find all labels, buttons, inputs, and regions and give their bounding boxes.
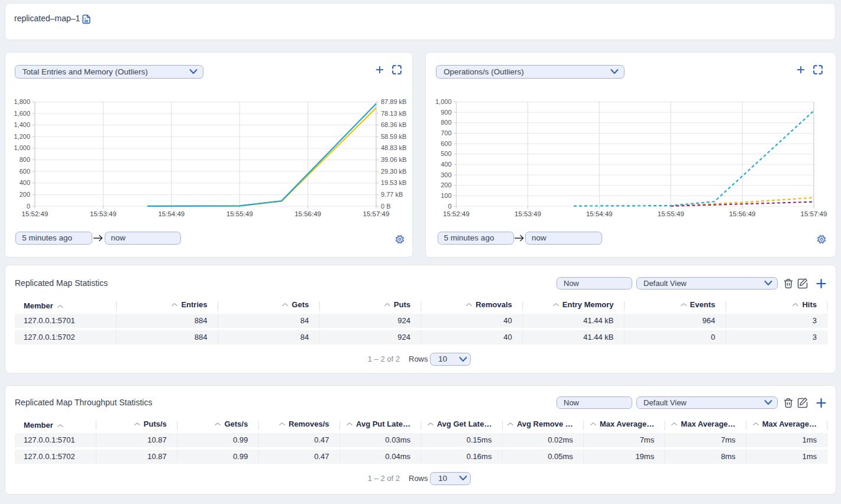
svg-text:1,400: 1,400 [14, 121, 30, 128]
svg-text:15:56:49: 15:56:49 [295, 210, 321, 217]
svg-text:15:52:49: 15:52:49 [22, 210, 48, 217]
svg-text:15:53:49: 15:53:49 [90, 210, 117, 217]
svg-text:300: 300 [441, 171, 451, 178]
svg-text:0 B: 0 B [381, 202, 391, 209]
svg-text:78.13 kB: 78.13 kB [381, 109, 406, 116]
svg-text:1,600: 1,600 [14, 109, 30, 116]
svg-text:0: 0 [27, 202, 30, 209]
svg-text:15:54:49: 15:54:49 [158, 210, 185, 217]
svg-text:87.89 kB: 87.89 kB [381, 98, 406, 105]
svg-text:200: 200 [441, 181, 451, 188]
svg-text:15:57:49: 15:57:49 [363, 210, 390, 217]
svg-text:39.06 kB: 39.06 kB [381, 156, 406, 163]
svg-text:29.30 kB: 29.30 kB [381, 167, 406, 174]
svg-text:600: 600 [441, 139, 451, 147]
svg-text:1,000: 1,000 [435, 98, 452, 105]
svg-text:68.36 kB: 68.36 kB [381, 121, 406, 128]
svg-text:19.53 kB: 19.53 kB [381, 179, 406, 186]
svg-text:15:57:49: 15:57:49 [801, 210, 827, 217]
svg-text:9.77 kB: 9.77 kB [381, 190, 403, 197]
svg-text:800: 800 [20, 156, 30, 163]
svg-text:200: 200 [20, 190, 30, 197]
svg-text:0: 0 [448, 202, 451, 209]
svg-text:1,000: 1,000 [14, 144, 30, 151]
svg-text:500: 500 [441, 150, 451, 157]
svg-text:15:55:49: 15:55:49 [658, 210, 684, 217]
svg-text:400: 400 [441, 160, 451, 167]
svg-text:700: 700 [441, 129, 451, 136]
svg-text:15:54:49: 15:54:49 [586, 210, 613, 217]
svg-text:15:52:49: 15:52:49 [443, 210, 470, 217]
svg-text:15:55:49: 15:55:49 [227, 210, 253, 217]
svg-text:600: 600 [20, 167, 30, 174]
svg-text:15:53:49: 15:53:49 [515, 210, 541, 217]
svg-text:1,200: 1,200 [14, 132, 30, 139]
svg-text:900: 900 [441, 108, 451, 115]
svg-text:1,800: 1,800 [14, 98, 30, 105]
svg-text:100: 100 [441, 191, 451, 199]
svg-text:800: 800 [441, 119, 451, 126]
svg-text:400: 400 [20, 179, 30, 186]
svg-text:58.59 kB: 58.59 kB [381, 132, 406, 139]
svg-text:15:56:49: 15:56:49 [729, 210, 756, 217]
svg-text:48.83 kB: 48.83 kB [381, 144, 406, 151]
